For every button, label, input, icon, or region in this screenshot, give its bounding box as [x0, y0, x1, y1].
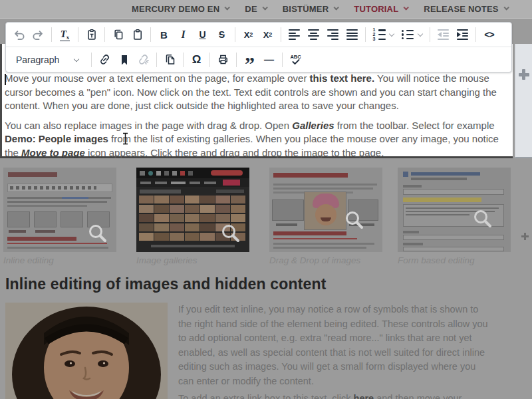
- paste-icon: [131, 28, 144, 41]
- undo-button[interactable]: [9, 25, 29, 45]
- special-character-button[interactable]: Ω: [187, 50, 206, 69]
- editable-text[interactable]: Move your mouse over a text element on t…: [5, 72, 507, 160]
- numbered-list-icon: 123: [372, 29, 386, 40]
- chevron-down-icon: [74, 56, 79, 61]
- add-content-strip: [515, 44, 532, 158]
- paste-as-text-button[interactable]: [82, 25, 101, 45]
- toolbar-separator: [282, 53, 283, 67]
- block-format-select[interactable]: Paragraph: [9, 50, 88, 69]
- toolbar-separator: [281, 27, 281, 42]
- indent-icon: [457, 27, 468, 42]
- align-justify-button[interactable]: [342, 25, 362, 45]
- blockquote-button[interactable]: ”: [240, 50, 259, 69]
- thumbnail-form-editing[interactable]: [398, 168, 511, 252]
- undo-icon: [12, 28, 26, 42]
- article-paragraph-2: To add an extra link box to this text, c…: [178, 392, 491, 399]
- caption-form-editing: Form based editing: [398, 255, 475, 265]
- toolbar-row-2: Paragraph Ω ” — ABC: [6, 47, 511, 72]
- zoom-icon: [220, 223, 241, 244]
- remove-link-button[interactable]: [134, 50, 153, 69]
- nav-item-de[interactable]: DE: [245, 4, 266, 14]
- thumbnail-inline-editing[interactable]: [3, 168, 116, 252]
- text-caret: [5, 74, 6, 85]
- unlink-icon: [136, 53, 150, 66]
- add-element-button[interactable]: [521, 233, 529, 240]
- nav-item-release-notes[interactable]: RELEASE NOTES: [424, 4, 507, 14]
- bullet-list-button[interactable]: [398, 25, 417, 45]
- toolbar-separator: [104, 27, 105, 42]
- nav-item-mercury-demo-en[interactable]: MERCURY DEMO EN: [132, 4, 229, 14]
- chevron-down-icon: [262, 5, 267, 10]
- numbered-list-menu-chevron[interactable]: [389, 31, 394, 37]
- nav-item-tutorial[interactable]: TUTORIAL: [354, 4, 408, 14]
- zoom-icon: [87, 223, 108, 244]
- pages-icon: [163, 53, 177, 66]
- align-right-button[interactable]: [323, 25, 342, 45]
- chevron-down-icon: [225, 5, 230, 10]
- align-center-button[interactable]: [304, 25, 323, 45]
- underline-button[interactable]: U: [193, 25, 212, 45]
- indent-button[interactable]: [453, 25, 472, 45]
- chevron-down-icon: [404, 5, 409, 10]
- toolbar-separator: [78, 27, 78, 42]
- edit-paragraph-1: Move your mouse over a text element on t…: [5, 72, 507, 113]
- link-icon: [98, 53, 112, 66]
- printer-icon: [216, 53, 230, 66]
- section-heading: Inline editing of images and hidden cont…: [5, 275, 327, 293]
- numbered-list-button[interactable]: 123: [369, 25, 388, 45]
- chevron-down-icon: [503, 5, 509, 10]
- edit-paragraph-2: You can also replace images in the page …: [5, 119, 507, 160]
- toolbar-separator: [365, 27, 366, 42]
- editor-toolbar: Tx B I U S X2 X2 123 <> Paragraph: [5, 22, 512, 72]
- bullet-list-icon: [401, 30, 414, 40]
- spellcheck-icon: ABC: [290, 55, 301, 65]
- thumbnail-drag-drop[interactable]: [269, 168, 382, 252]
- toolbar-separator: [150, 27, 151, 42]
- anchor-button[interactable]: [114, 50, 134, 69]
- copy-icon: [112, 28, 125, 41]
- toolbar-separator: [51, 27, 52, 42]
- align-left-button[interactable]: [285, 25, 304, 45]
- nav-menu: MERCURY DEMO EN DE BISTÜMER TUTORIAL REL…: [132, 3, 532, 15]
- toolbar-row-1: Tx B I U S X2 X2 123 <>: [6, 23, 511, 47]
- paste-button[interactable]: [128, 25, 147, 45]
- thumbnail-image-galleries[interactable]: [136, 168, 249, 252]
- outdent-icon: [438, 27, 449, 42]
- toolbar-separator: [183, 53, 184, 67]
- insert-template-button[interactable]: [160, 50, 180, 69]
- subscript-button[interactable]: X2: [239, 25, 258, 45]
- toolbar-separator: [235, 27, 235, 42]
- toolbar-separator: [209, 53, 210, 67]
- add-content-button[interactable]: [519, 69, 529, 80]
- outdent-button[interactable]: [434, 25, 453, 45]
- horizontal-rule-button[interactable]: —: [259, 50, 279, 69]
- bookmark-icon: [118, 53, 131, 66]
- woman-portrait-photo: [5, 303, 168, 399]
- chevron-down-icon: [334, 5, 339, 10]
- redo-button[interactable]: [29, 25, 48, 45]
- italic-button[interactable]: I: [174, 25, 193, 45]
- toolbar-separator: [156, 53, 157, 67]
- insert-link-button[interactable]: [95, 50, 114, 69]
- strikethrough-button[interactable]: S: [212, 25, 231, 45]
- copy-button[interactable]: [108, 25, 128, 45]
- source-code-button[interactable]: <>: [479, 25, 499, 45]
- nav-item-bistumer[interactable]: BISTÜMER: [283, 4, 338, 14]
- bullet-list-menu-chevron[interactable]: [418, 31, 423, 37]
- toolbar-separator: [91, 53, 92, 67]
- caption-drag-drop: Drag & Drop of images: [269, 255, 360, 265]
- toolbar-separator: [236, 53, 237, 67]
- align-center-icon: [308, 27, 319, 42]
- toolbar-separator: [475, 27, 476, 42]
- clear-formatting-button[interactable]: Tx: [55, 25, 74, 45]
- align-justify-icon: [346, 27, 358, 42]
- caption-inline-editing: Inline editing: [3, 255, 54, 265]
- superscript-button[interactable]: X2: [258, 25, 277, 45]
- zoom-icon: [344, 209, 365, 231]
- bold-button[interactable]: B: [154, 25, 174, 45]
- align-right-icon: [327, 27, 338, 42]
- spellcheck-button[interactable]: ABC: [286, 50, 305, 69]
- print-button[interactable]: [213, 50, 233, 69]
- toolbar-separator: [430, 27, 430, 42]
- paste-text-icon: [85, 28, 98, 41]
